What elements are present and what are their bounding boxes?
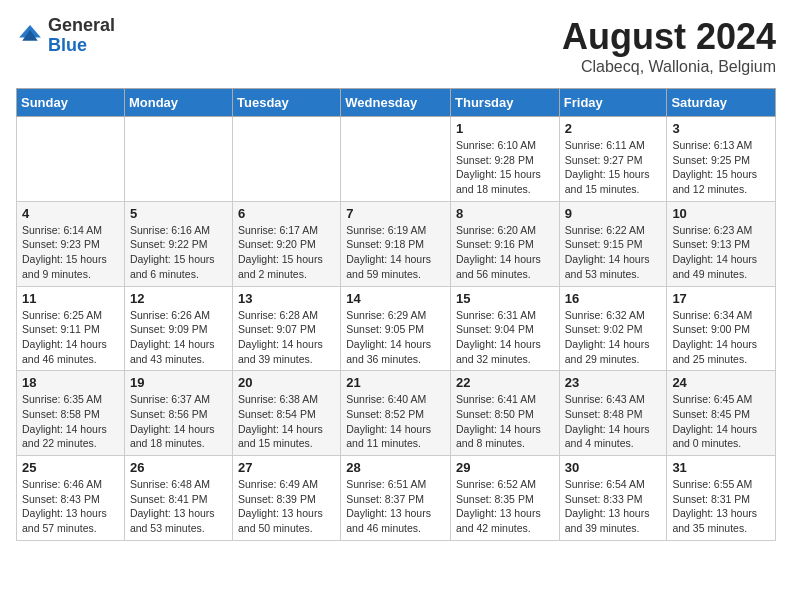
calendar-cell: 6Sunrise: 6:17 AM Sunset: 9:20 PM Daylig… (233, 201, 341, 286)
logo-text: General Blue (48, 16, 115, 56)
day-info: Sunrise: 6:11 AM Sunset: 9:27 PM Dayligh… (565, 138, 662, 197)
weekday-header-friday: Friday (559, 89, 667, 117)
logo-icon (16, 22, 44, 50)
calendar-cell (233, 117, 341, 202)
location-title: Clabecq, Wallonia, Belgium (562, 58, 776, 76)
day-number: 12 (130, 291, 227, 306)
calendar-cell: 15Sunrise: 6:31 AM Sunset: 9:04 PM Dayli… (451, 286, 560, 371)
day-info: Sunrise: 6:34 AM Sunset: 9:00 PM Dayligh… (672, 308, 770, 367)
day-info: Sunrise: 6:31 AM Sunset: 9:04 PM Dayligh… (456, 308, 554, 367)
calendar-cell: 29Sunrise: 6:52 AM Sunset: 8:35 PM Dayli… (451, 456, 560, 541)
day-info: Sunrise: 6:19 AM Sunset: 9:18 PM Dayligh… (346, 223, 445, 282)
calendar-cell: 24Sunrise: 6:45 AM Sunset: 8:45 PM Dayli… (667, 371, 776, 456)
calendar-cell: 22Sunrise: 6:41 AM Sunset: 8:50 PM Dayli… (451, 371, 560, 456)
day-info: Sunrise: 6:20 AM Sunset: 9:16 PM Dayligh… (456, 223, 554, 282)
calendar-cell: 14Sunrise: 6:29 AM Sunset: 9:05 PM Dayli… (341, 286, 451, 371)
day-number: 13 (238, 291, 335, 306)
day-info: Sunrise: 6:52 AM Sunset: 8:35 PM Dayligh… (456, 477, 554, 536)
day-info: Sunrise: 6:32 AM Sunset: 9:02 PM Dayligh… (565, 308, 662, 367)
day-info: Sunrise: 6:38 AM Sunset: 8:54 PM Dayligh… (238, 392, 335, 451)
calendar-cell: 10Sunrise: 6:23 AM Sunset: 9:13 PM Dayli… (667, 201, 776, 286)
calendar-cell (124, 117, 232, 202)
day-info: Sunrise: 6:35 AM Sunset: 8:58 PM Dayligh… (22, 392, 119, 451)
calendar-cell: 12Sunrise: 6:26 AM Sunset: 9:09 PM Dayli… (124, 286, 232, 371)
day-number: 2 (565, 121, 662, 136)
calendar-cell: 21Sunrise: 6:40 AM Sunset: 8:52 PM Dayli… (341, 371, 451, 456)
calendar-cell: 30Sunrise: 6:54 AM Sunset: 8:33 PM Dayli… (559, 456, 667, 541)
day-number: 8 (456, 206, 554, 221)
day-info: Sunrise: 6:13 AM Sunset: 9:25 PM Dayligh… (672, 138, 770, 197)
day-info: Sunrise: 6:54 AM Sunset: 8:33 PM Dayligh… (565, 477, 662, 536)
day-info: Sunrise: 6:43 AM Sunset: 8:48 PM Dayligh… (565, 392, 662, 451)
weekday-header-thursday: Thursday (451, 89, 560, 117)
day-info: Sunrise: 6:46 AM Sunset: 8:43 PM Dayligh… (22, 477, 119, 536)
calendar-cell: 17Sunrise: 6:34 AM Sunset: 9:00 PM Dayli… (667, 286, 776, 371)
weekday-header-saturday: Saturday (667, 89, 776, 117)
title-area: August 2024 Clabecq, Wallonia, Belgium (562, 16, 776, 76)
day-number: 4 (22, 206, 119, 221)
day-info: Sunrise: 6:37 AM Sunset: 8:56 PM Dayligh… (130, 392, 227, 451)
day-info: Sunrise: 6:23 AM Sunset: 9:13 PM Dayligh… (672, 223, 770, 282)
calendar-cell: 5Sunrise: 6:16 AM Sunset: 9:22 PM Daylig… (124, 201, 232, 286)
calendar-cell (341, 117, 451, 202)
calendar-table: SundayMondayTuesdayWednesdayThursdayFrid… (16, 88, 776, 541)
day-info: Sunrise: 6:16 AM Sunset: 9:22 PM Dayligh… (130, 223, 227, 282)
day-number: 11 (22, 291, 119, 306)
calendar-week-row: 11Sunrise: 6:25 AM Sunset: 9:11 PM Dayli… (17, 286, 776, 371)
day-info: Sunrise: 6:41 AM Sunset: 8:50 PM Dayligh… (456, 392, 554, 451)
calendar-week-row: 1Sunrise: 6:10 AM Sunset: 9:28 PM Daylig… (17, 117, 776, 202)
calendar-cell: 20Sunrise: 6:38 AM Sunset: 8:54 PM Dayli… (233, 371, 341, 456)
day-number: 19 (130, 375, 227, 390)
day-number: 6 (238, 206, 335, 221)
day-number: 22 (456, 375, 554, 390)
day-info: Sunrise: 6:48 AM Sunset: 8:41 PM Dayligh… (130, 477, 227, 536)
calendar-cell: 11Sunrise: 6:25 AM Sunset: 9:11 PM Dayli… (17, 286, 125, 371)
calendar-cell: 25Sunrise: 6:46 AM Sunset: 8:43 PM Dayli… (17, 456, 125, 541)
day-number: 7 (346, 206, 445, 221)
day-number: 16 (565, 291, 662, 306)
day-number: 31 (672, 460, 770, 475)
day-info: Sunrise: 6:10 AM Sunset: 9:28 PM Dayligh… (456, 138, 554, 197)
calendar-cell: 27Sunrise: 6:49 AM Sunset: 8:39 PM Dayli… (233, 456, 341, 541)
day-number: 14 (346, 291, 445, 306)
calendar-cell: 7Sunrise: 6:19 AM Sunset: 9:18 PM Daylig… (341, 201, 451, 286)
weekday-header-sunday: Sunday (17, 89, 125, 117)
day-info: Sunrise: 6:28 AM Sunset: 9:07 PM Dayligh… (238, 308, 335, 367)
day-number: 27 (238, 460, 335, 475)
day-info: Sunrise: 6:49 AM Sunset: 8:39 PM Dayligh… (238, 477, 335, 536)
calendar-cell: 28Sunrise: 6:51 AM Sunset: 8:37 PM Dayli… (341, 456, 451, 541)
day-info: Sunrise: 6:29 AM Sunset: 9:05 PM Dayligh… (346, 308, 445, 367)
day-info: Sunrise: 6:40 AM Sunset: 8:52 PM Dayligh… (346, 392, 445, 451)
day-number: 23 (565, 375, 662, 390)
day-number: 3 (672, 121, 770, 136)
month-title: August 2024 (562, 16, 776, 58)
weekday-header-tuesday: Tuesday (233, 89, 341, 117)
calendar-cell: 4Sunrise: 6:14 AM Sunset: 9:23 PM Daylig… (17, 201, 125, 286)
logo: General Blue (16, 16, 115, 56)
day-info: Sunrise: 6:45 AM Sunset: 8:45 PM Dayligh… (672, 392, 770, 451)
day-info: Sunrise: 6:25 AM Sunset: 9:11 PM Dayligh… (22, 308, 119, 367)
day-number: 21 (346, 375, 445, 390)
day-number: 29 (456, 460, 554, 475)
weekday-header-wednesday: Wednesday (341, 89, 451, 117)
calendar-cell: 19Sunrise: 6:37 AM Sunset: 8:56 PM Dayli… (124, 371, 232, 456)
day-info: Sunrise: 6:22 AM Sunset: 9:15 PM Dayligh… (565, 223, 662, 282)
day-number: 28 (346, 460, 445, 475)
day-number: 25 (22, 460, 119, 475)
weekday-header-row: SundayMondayTuesdayWednesdayThursdayFrid… (17, 89, 776, 117)
calendar-cell: 2Sunrise: 6:11 AM Sunset: 9:27 PM Daylig… (559, 117, 667, 202)
day-info: Sunrise: 6:55 AM Sunset: 8:31 PM Dayligh… (672, 477, 770, 536)
calendar-cell: 13Sunrise: 6:28 AM Sunset: 9:07 PM Dayli… (233, 286, 341, 371)
day-number: 9 (565, 206, 662, 221)
calendar-cell: 3Sunrise: 6:13 AM Sunset: 9:25 PM Daylig… (667, 117, 776, 202)
day-info: Sunrise: 6:51 AM Sunset: 8:37 PM Dayligh… (346, 477, 445, 536)
calendar-cell: 23Sunrise: 6:43 AM Sunset: 8:48 PM Dayli… (559, 371, 667, 456)
day-number: 30 (565, 460, 662, 475)
calendar-cell: 18Sunrise: 6:35 AM Sunset: 8:58 PM Dayli… (17, 371, 125, 456)
day-number: 10 (672, 206, 770, 221)
day-number: 18 (22, 375, 119, 390)
calendar-week-row: 4Sunrise: 6:14 AM Sunset: 9:23 PM Daylig… (17, 201, 776, 286)
day-number: 17 (672, 291, 770, 306)
day-number: 20 (238, 375, 335, 390)
calendar-cell: 8Sunrise: 6:20 AM Sunset: 9:16 PM Daylig… (451, 201, 560, 286)
